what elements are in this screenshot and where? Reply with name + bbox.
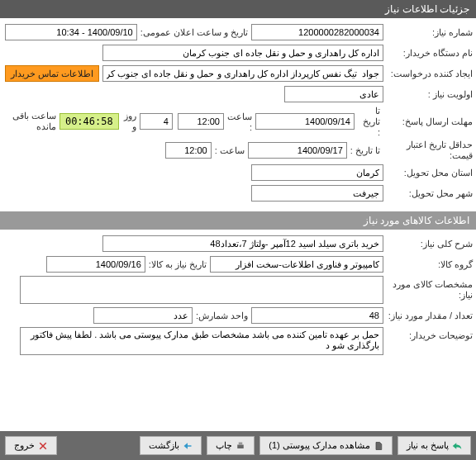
need-by-date-field[interactable] [46, 256, 145, 273]
label-need-no: شماره نیاز: [383, 27, 473, 38]
exit-button-label: خروج [14, 440, 35, 451]
countdown-timer: 00:46:58 [60, 113, 119, 130]
label-group: گروه کالا: [383, 259, 473, 270]
label-remaining: ساعت باقی مانده [3, 111, 60, 132]
attachments-button-label: مشاهده مدارک پیوستی (1) [269, 440, 370, 451]
validity-date-field[interactable] [248, 142, 347, 159]
days-remaining-field[interactable] [140, 113, 173, 130]
deadline-date-field[interactable] [255, 113, 355, 130]
exit-button[interactable]: خروج [5, 436, 57, 455]
reply-icon [452, 441, 462, 451]
window-title: جزئیات اطلاعات نیاز [385, 3, 469, 15]
label-unit: واحد شمارش: [193, 311, 251, 321]
label-announce-date: تاریخ و ساعت اعلان عمومی: [137, 27, 251, 38]
label-days-and: روز و [119, 111, 140, 132]
label-to-date-2: تا تاریخ : [347, 145, 383, 156]
item-spec-field[interactable] [20, 276, 383, 304]
unit-field[interactable] [93, 307, 193, 324]
reply-button-label: پاسخ به نیاز [407, 440, 449, 451]
label-creator: ایجاد کننده درخواست: [383, 69, 473, 79]
buyer-contact-button[interactable]: اطلاعات تماس خریدار [5, 65, 99, 82]
label-need-by-date: تاریخ نیاز به کالا: [145, 259, 210, 270]
label-province: استان محل تحویل: [383, 168, 473, 178]
buyer-notes-field[interactable]: حمل بر عهده تامین کننده می باشد مشخصات ط… [20, 327, 383, 355]
label-time-1: ساعت : [224, 111, 255, 132]
need-number-field[interactable] [251, 24, 383, 40]
reply-button[interactable]: پاسخ به نیاز [397, 436, 471, 455]
province-field[interactable] [251, 164, 383, 181]
label-priority: اولویت نیاز : [383, 89, 473, 100]
attachment-icon [374, 441, 383, 451]
label-price-validity: حداقل تاریخ اعتبار قیمت: [383, 140, 473, 161]
label-city: شهر محل تحویل: [383, 188, 473, 199]
items-section-title: اطلاعات کالاهای مورد نیاز [364, 215, 469, 226]
label-need-desc: شرح کلی نیاز: [383, 239, 473, 249]
group-field[interactable] [210, 256, 383, 273]
label-reply-deadline: مهلت ارسال پاسخ: [383, 116, 473, 127]
footer-toolbar: پاسخ به نیاز مشاهده مدارک پیوستی (1) چاپ… [0, 431, 476, 460]
window-title-bar: جزئیات اطلاعات نیاز [0, 0, 476, 18]
back-button[interactable]: بازگشت [140, 436, 202, 455]
svg-rect-0 [237, 444, 244, 448]
label-time-2: ساعت : [212, 145, 248, 156]
back-button-label: بازگشت [149, 440, 179, 451]
exit-icon [38, 441, 48, 451]
label-to-date-1: تا تاریخ : [355, 106, 383, 137]
validity-time-field[interactable] [165, 142, 212, 159]
creator-field[interactable] [102, 65, 383, 82]
svg-rect-1 [239, 442, 243, 444]
qty-field[interactable] [251, 307, 383, 324]
announce-date-field[interactable] [5, 24, 137, 40]
main-form: شماره نیاز: تاریخ و ساعت اعلان عمومی: نا… [0, 18, 476, 210]
label-buyer: نام دستگاه خریدار: [383, 48, 473, 59]
items-form: شرح کلی نیاز: گروه کالا: تاریخ نیاز به ک… [0, 230, 476, 363]
print-icon [236, 441, 245, 451]
deadline-time-field[interactable] [178, 113, 224, 130]
priority-field[interactable] [284, 86, 383, 102]
print-button[interactable]: چاپ [207, 436, 255, 455]
items-section-header: اطلاعات کالاهای مورد نیاز [0, 211, 476, 230]
buyer-field[interactable] [102, 45, 383, 61]
label-item-spec: مشخصات کالای مورد نیاز: [383, 276, 473, 301]
label-buyer-notes: توضیحات خریدار: [383, 327, 473, 341]
print-button-label: چاپ [216, 440, 232, 451]
need-desc-field[interactable] [102, 235, 383, 252]
attachments-button[interactable]: مشاهده مدارک پیوستی (1) [259, 436, 393, 455]
label-qty: تعداد / مقدار مورد نیاز: [383, 311, 473, 321]
back-icon [183, 441, 193, 451]
city-field[interactable] [251, 185, 383, 202]
